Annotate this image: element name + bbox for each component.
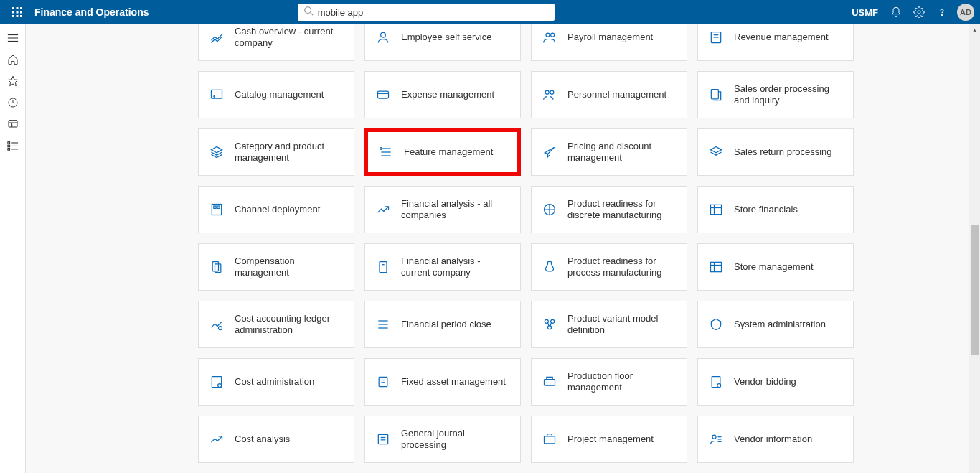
workspace-tile[interactable]: Expense management — [364, 71, 521, 118]
tile-label: Vendor bidding — [734, 376, 796, 388]
tile-label: Sales return processing — [734, 146, 832, 158]
tile-label: Personnel management — [567, 89, 666, 100]
workspace-tile[interactable]: Catalog management — [198, 71, 354, 118]
svg-rect-0 — [12, 7, 14, 9]
workspace-tile[interactable]: Store financials — [697, 186, 854, 233]
workspace-tile[interactable]: Revenue management — [697, 24, 854, 61]
svg-rect-77 — [378, 434, 387, 444]
workspace-tile[interactable]: Category and product management — [198, 128, 354, 176]
workspace-tile[interactable]: Fixed asset management — [364, 358, 521, 406]
workspace-tile[interactable]: Product readiness for discrete manufactu… — [531, 186, 687, 233]
workspace-tile[interactable]: Project management — [531, 416, 687, 463]
scrollbar-thumb[interactable] — [971, 225, 979, 355]
workspace-tile[interactable]: Financial analysis - all companies — [364, 186, 521, 233]
tile-label: Catalog management — [235, 89, 324, 100]
svg-rect-45 — [214, 206, 216, 208]
workspace-tile[interactable]: Cost accounting ledger administration — [198, 301, 354, 348]
svg-rect-6 — [12, 15, 14, 17]
workspace-tile[interactable]: Vendor bidding — [697, 358, 854, 406]
favorites-icon[interactable] — [0, 70, 26, 92]
tile-icon — [209, 317, 225, 332]
tile-icon — [209, 431, 225, 447]
tile-icon — [708, 431, 724, 447]
workspace-tile[interactable]: Product readiness for process manufactur… — [531, 243, 687, 291]
workspace-tile[interactable]: Sales order processing and inquiry — [697, 71, 854, 118]
search-input[interactable] — [298, 4, 555, 21]
svg-rect-3 — [12, 11, 14, 14]
home-icon[interactable] — [0, 49, 26, 70]
modules-icon[interactable] — [0, 135, 26, 156]
tile-label: Store management — [734, 261, 814, 273]
workspace-tile[interactable]: Product variant model definition — [531, 301, 687, 348]
svg-rect-7 — [17, 15, 19, 17]
tile-icon — [375, 431, 391, 447]
tile-label: Category and product management — [235, 141, 344, 163]
workspace-tile[interactable]: Feature management — [364, 128, 521, 176]
scroll-up-icon[interactable]: ▴ — [969, 24, 980, 35]
svg-rect-68 — [212, 377, 221, 388]
svg-rect-73 — [545, 380, 555, 385]
legal-entity[interactable]: USMF — [852, 7, 878, 18]
svg-point-11 — [918, 11, 920, 14]
workspace-tile[interactable]: Compensation management — [198, 243, 354, 291]
svg-rect-25 — [7, 149, 9, 151]
app-launcher-icon[interactable] — [6, 0, 29, 24]
top-bar: Finance and Operations USMF AD — [0, 0, 980, 24]
workspace-tile[interactable]: Personnel management — [531, 71, 687, 118]
workspace-tile[interactable]: Sales return processing — [697, 128, 854, 176]
tile-icon — [375, 317, 391, 332]
tile-icon — [542, 431, 557, 447]
svg-rect-43 — [380, 148, 382, 150]
nav-expand-icon[interactable] — [0, 27, 26, 49]
workspace-tile[interactable]: Store management — [697, 243, 854, 291]
help-icon[interactable] — [931, 0, 953, 24]
svg-rect-75 — [712, 377, 720, 388]
tile-icon — [708, 202, 724, 217]
workspace-tile[interactable]: Vendor information — [697, 416, 854, 463]
svg-rect-48 — [711, 205, 722, 214]
svg-rect-23 — [7, 145, 9, 147]
workspace-tile[interactable]: Cost administration — [198, 358, 354, 406]
svg-point-9 — [304, 7, 311, 14]
workspace-tile[interactable]: Channel deployment — [198, 186, 354, 233]
tile-icon — [375, 202, 391, 217]
tile-label: Channel deployment — [235, 204, 320, 215]
workspace-tile[interactable]: Financial period close — [364, 301, 521, 348]
workspace-tile[interactable]: Cash overview - current company — [198, 24, 354, 61]
workspace-tile[interactable]: Cost analysis — [198, 416, 354, 463]
tile-label: Revenue management — [734, 32, 829, 43]
workspace-tile[interactable]: Employee self service — [364, 24, 521, 61]
workspaces-icon[interactable] — [0, 113, 26, 135]
recent-icon[interactable] — [0, 92, 26, 113]
workspace-tile[interactable]: Production floor management — [531, 358, 687, 406]
settings-icon[interactable] — [908, 0, 930, 24]
tile-label: Product readiness for process manufactur… — [567, 256, 677, 278]
notifications-icon[interactable] — [885, 0, 907, 24]
svg-point-69 — [218, 384, 222, 388]
tile-icon — [542, 29, 557, 45]
tile-icon — [209, 29, 225, 45]
svg-point-34 — [214, 96, 215, 98]
svg-line-10 — [310, 13, 313, 16]
tile-label: Feature management — [404, 146, 493, 158]
tile-label: Payroll management — [567, 32, 653, 43]
scrollbar[interactable]: ▴ — [969, 24, 980, 473]
tile-label: Product variant model definition — [567, 313, 677, 335]
workspace-tile[interactable]: System administration — [697, 301, 854, 348]
svg-rect-74 — [547, 377, 552, 379]
tile-label: Cost accounting ledger administration — [235, 313, 344, 335]
main-content: Cash overview - current companyEmployee … — [26, 24, 980, 473]
workspace-tile[interactable]: Payroll management — [531, 24, 687, 61]
svg-rect-8 — [20, 15, 22, 17]
avatar[interactable]: AD — [957, 4, 974, 21]
tile-label: Cost administration — [235, 376, 314, 388]
svg-rect-51 — [212, 262, 218, 271]
tile-label: Financial period close — [401, 319, 491, 330]
svg-rect-4 — [17, 11, 19, 14]
workspace-tile[interactable]: Financial analysis - current company — [364, 243, 521, 291]
workspace-tile[interactable]: Pricing and discount management — [531, 128, 687, 176]
tile-label: Fixed asset management — [401, 376, 506, 388]
workspace-tile[interactable]: General journal processing — [364, 416, 521, 463]
tile-label: Cost analysis — [235, 434, 290, 445]
app-title: Finance and Operations — [34, 6, 149, 18]
